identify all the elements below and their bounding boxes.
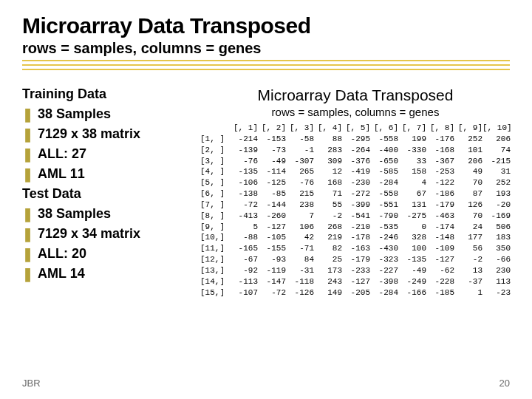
- cell: -1: [286, 145, 314, 156]
- item-label: 38 Samples: [38, 206, 111, 222]
- row-label: [10,]: [200, 232, 230, 243]
- cell: -49: [398, 265, 426, 276]
- cell: 243: [314, 276, 342, 287]
- cell: 25: [314, 254, 342, 265]
- table-row: [11,]-165-155-7182-163-430100-10956350: [200, 243, 511, 254]
- right-panel: Microarray Data Transposed rows = sample…: [196, 86, 511, 299]
- cell: -135: [398, 254, 426, 265]
- item-label: 7129 x 34 matrix: [38, 226, 140, 242]
- cell: 67: [398, 188, 426, 200]
- cell: 55: [314, 200, 342, 211]
- cell: -463: [426, 211, 454, 222]
- cell: 82: [314, 243, 342, 254]
- bullet-icon: ❚: [22, 248, 33, 261]
- cell: -307: [286, 156, 314, 167]
- cell: 56: [454, 243, 482, 254]
- cell: -176: [426, 134, 454, 145]
- cell: -330: [398, 145, 426, 156]
- cell: -127: [258, 222, 286, 233]
- cell: -114: [258, 166, 286, 177]
- row-label: [13,]: [200, 265, 230, 276]
- cell: [, 2]: [258, 123, 286, 134]
- cell: 106: [286, 222, 314, 233]
- cell: 177: [454, 232, 482, 243]
- cell: 158: [398, 166, 426, 177]
- cell: 24: [454, 222, 482, 233]
- matrix-title: Microarray Data Transposed: [200, 86, 511, 104]
- cell: 193: [482, 188, 511, 200]
- cell: -155: [258, 243, 286, 254]
- cell: 71: [314, 188, 342, 200]
- cell: -179: [426, 200, 454, 211]
- table-row: [10,]-88-10542219-178-246328-148177183: [200, 232, 511, 243]
- cell: 506: [482, 222, 511, 233]
- cell: -246: [370, 232, 398, 243]
- cell: 199: [398, 134, 426, 145]
- cell: -72: [258, 287, 286, 299]
- heading-training: Training Data: [22, 86, 196, 102]
- cell: 87: [454, 188, 482, 200]
- bullet-icon: ❚: [22, 128, 33, 141]
- cell: -148: [426, 232, 454, 243]
- cell: [, 5]: [342, 123, 370, 134]
- cell: -135: [230, 166, 258, 177]
- bullet-icon: ❚: [22, 208, 33, 221]
- cell: -178: [342, 232, 370, 243]
- cell: -179: [342, 254, 370, 265]
- row-label: [15,]: [200, 287, 230, 299]
- cell: 206: [454, 156, 482, 167]
- cell: -413: [230, 211, 258, 222]
- cell: 328: [398, 232, 426, 243]
- cell: 219: [314, 232, 342, 243]
- cell: -58: [286, 134, 314, 145]
- cell: -214: [230, 134, 258, 145]
- table-row: [6, ]-138-8521571-272-55867-18687193: [200, 188, 511, 200]
- row-label: [8, ]: [200, 211, 230, 222]
- cell: -249: [398, 276, 426, 287]
- cell: -558: [370, 134, 398, 145]
- cell: -541: [342, 211, 370, 222]
- row-label: [3, ]: [200, 156, 230, 167]
- cell: -650: [370, 156, 398, 167]
- cell: -264: [342, 145, 370, 156]
- cell: [, 6]: [370, 123, 398, 134]
- table-row: [7, ]-72-14423855-399-551131-179126-20: [200, 200, 511, 211]
- cell: -284: [370, 287, 398, 299]
- cell: -118: [286, 276, 314, 287]
- table-row: [14,]-113-147-118243-127-398-249-228-371…: [200, 276, 511, 287]
- cell: -66: [482, 254, 511, 265]
- cell: -227: [370, 265, 398, 276]
- item-label: AML 14: [38, 266, 85, 282]
- bullet-icon: ❚: [22, 168, 33, 181]
- cell: -419: [342, 166, 370, 177]
- row-label: [4, ]: [200, 166, 230, 177]
- cell: -105: [258, 232, 286, 243]
- cell: -169: [482, 211, 511, 222]
- cell: 215: [286, 188, 314, 200]
- cell: -398: [370, 276, 398, 287]
- list-item: ❚7129 x 34 matrix: [22, 226, 196, 242]
- cell: -790: [370, 211, 398, 222]
- cell: -92: [230, 265, 258, 276]
- divider: [22, 60, 510, 70]
- cell: [, 8]: [426, 123, 454, 134]
- cell: [, 3]: [286, 123, 314, 134]
- cell: -126: [286, 287, 314, 299]
- footer-left: JBR: [22, 378, 41, 389]
- cell: -174: [426, 222, 454, 233]
- cell: 42: [286, 232, 314, 243]
- heading-test: Test Data: [22, 186, 196, 202]
- cell: -215: [482, 156, 511, 167]
- cell: 238: [286, 200, 314, 211]
- cell: 350: [482, 243, 511, 254]
- item-label: 7129 x 38 matrix: [38, 126, 140, 142]
- cell: 1: [454, 287, 482, 299]
- cell: -228: [426, 276, 454, 287]
- cell: -138: [230, 188, 258, 200]
- cell: -275: [398, 211, 426, 222]
- cell: 126: [454, 200, 482, 211]
- cell: -166: [398, 287, 426, 299]
- matrix-subtitle: rows = samples, columns = genes: [200, 106, 511, 118]
- cell: -125: [258, 177, 286, 188]
- cell: -186: [426, 188, 454, 200]
